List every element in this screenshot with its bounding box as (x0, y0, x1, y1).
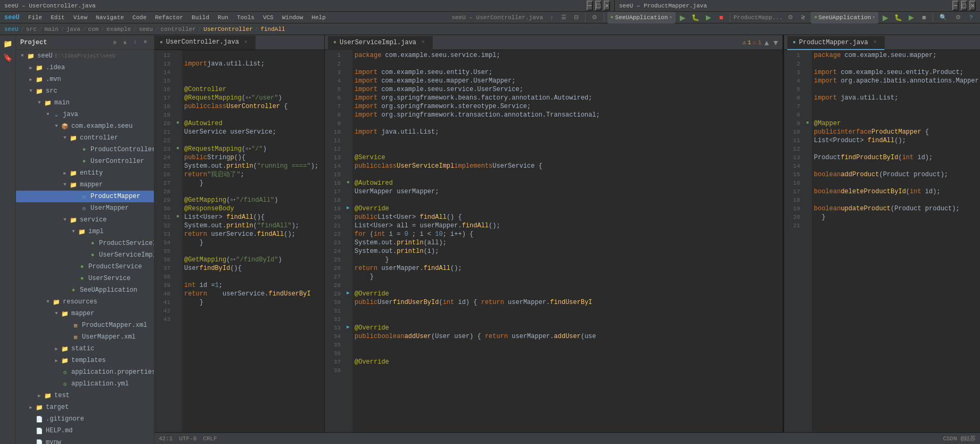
goto-line-btn[interactable]: ↑ (547, 12, 557, 23)
tree-productservice[interactable]: ▶ ● ProductService (16, 261, 154, 273)
tree-seeumain[interactable]: ▶ ● SeeUApplication (16, 284, 154, 296)
tree-help-md[interactable]: ▶ 📄 HELP.md (16, 425, 154, 437)
menu-view[interactable]: View (69, 12, 92, 23)
right-debug-btn[interactable]: 🐛 (893, 12, 904, 23)
run-config-dropdown[interactable]: ● SeeUApplication ▾ (607, 12, 676, 23)
tree-templates[interactable]: ▶ 📁 templates (16, 355, 154, 366)
minimize-btn-left[interactable]: − (587, 1, 593, 11)
tree-usermapper[interactable]: ▶ ⊙ UserMapper (16, 202, 154, 214)
scroll-up-btn[interactable]: ▲ (763, 38, 770, 47)
tree-static[interactable]: ▶ 📁 static (16, 343, 154, 355)
close-btn-left[interactable]: × (604, 1, 610, 11)
menu-file[interactable]: File (24, 12, 46, 23)
tree-usercontroller[interactable]: ▶ ● UserController (16, 155, 154, 167)
close-btn-right[interactable]: × (969, 1, 976, 11)
breadcrumb-seeu2[interactable]: seeu (139, 26, 153, 32)
tree-application-props[interactable]: ▶ ⚙ application.properties (16, 366, 154, 378)
maximize-btn-right[interactable]: □ (961, 1, 967, 11)
breadcrumb-usercontroller[interactable]: UserController (203, 26, 252, 32)
breadcrumb-src[interactable]: src (26, 26, 37, 32)
tree-test[interactable]: ▶ 📁 test (16, 390, 154, 401)
tree-usermapper-xml[interactable]: ▶ ⊞ UserMapper.xml (16, 331, 154, 343)
collapse-btn[interactable]: ⊟ (571, 12, 582, 23)
tab-productmapper[interactable]: ● ProductMapper.java × (787, 36, 885, 50)
tree-mvnw[interactable]: ▶ 📄 mvnw (16, 437, 154, 444)
code-lines-1[interactable]: import java.util.List; @Controller @Requ… (182, 50, 324, 432)
help-btn[interactable]: ? (966, 12, 976, 23)
project-layout-icon[interactable]: ⇅ (121, 38, 129, 47)
tree-productcontroller[interactable]: ▶ ● ProductController (16, 144, 154, 155)
menu-code[interactable]: Code (128, 12, 151, 23)
tree-mapper-res[interactable]: ▼ 📁 mapper (16, 308, 154, 319)
tree-application-yml[interactable]: ▶ ⚙ application.yml (16, 378, 154, 390)
breadcrumb-controller[interactable]: controller (161, 26, 196, 32)
project-settings-icon[interactable]: ⚙ (111, 38, 119, 47)
right-run-label: SeeUApplication (818, 14, 871, 21)
tree-entity[interactable]: ▶ 📁 entity (16, 167, 154, 179)
menu-vcs[interactable]: VCS (259, 12, 278, 23)
tree-target[interactable]: ▶ 📁 target (16, 401, 154, 413)
maximize-btn-left[interactable]: □ (595, 1, 602, 11)
debug-btn[interactable]: 🐛 (690, 12, 701, 23)
menu-navigate[interactable]: Navigate (92, 12, 128, 23)
menu-run[interactable]: Run (213, 12, 233, 23)
tab-close-2[interactable]: × (419, 39, 427, 46)
menu-build[interactable]: Build (187, 12, 213, 23)
tree-productmapper-xml[interactable]: ▶ ⊞ ProductMapper.xml (16, 319, 154, 331)
tree-mapper-pkg[interactable]: ▼ 📁 mapper (16, 179, 154, 191)
right-compare-btn[interactable]: ≷ (797, 12, 809, 23)
stop-btn[interactable]: ■ (716, 12, 727, 23)
menu-help[interactable]: Help (307, 12, 330, 23)
menu-tools[interactable]: Tools (233, 12, 259, 23)
tree-package[interactable]: ▼ 📦 com.example.seeu (16, 120, 154, 132)
menu-refactor[interactable]: Refactor (151, 12, 187, 23)
bookmarks-btn[interactable]: ☰ (558, 12, 570, 23)
run-coverage-btn[interactable]: ▶ (703, 12, 714, 23)
scroll-down-btn[interactable]: ▼ (772, 38, 779, 47)
breadcrumb-main[interactable]: main (44, 26, 58, 32)
breadcrumb-com[interactable]: com (88, 26, 98, 32)
code-lines-3[interactable]: package com.example.seeu.mapper; import … (812, 50, 980, 432)
tree-mvn[interactable]: ▶ 📁 .mvn (16, 73, 154, 85)
tab-userserviceimpl[interactable]: ● UserServiceImpl.java × (328, 36, 433, 50)
global-settings-btn[interactable]: ⚙ (952, 12, 964, 23)
tab-close-1[interactable]: × (242, 38, 250, 46)
run-btn[interactable]: ▶ (678, 12, 688, 23)
tree-main[interactable]: ▼ 📁 main (16, 97, 154, 109)
breadcrumb-example[interactable]: example (106, 26, 131, 32)
menu-edit[interactable]: Edit (46, 12, 69, 23)
right-stop-btn[interactable]: ■ (919, 12, 929, 23)
tree-resources[interactable]: ▼ 📁 resources (16, 296, 154, 308)
tree-productmapper[interactable]: ▶ ⊙ ProductMapper (16, 191, 154, 202)
tree-src[interactable]: ▼ 📁 src (16, 85, 154, 97)
code-lines-2[interactable]: package com.example.seeu.service.impl; i… (352, 50, 783, 432)
minimize-btn-right[interactable]: − (952, 1, 959, 11)
search-btn[interactable]: 🔍 (936, 12, 950, 23)
project-close-icon[interactable]: × (141, 38, 150, 47)
settings-toolbar-btn[interactable]: ⚙ (589, 12, 600, 23)
tab-usercontroller[interactable]: ● UserController.java × (154, 36, 256, 50)
right-run-btn[interactable]: ▶ (880, 12, 891, 23)
right-run2-btn[interactable]: ▶ (906, 12, 917, 23)
right-run-config-dropdown[interactable]: ● SeeUApplication ▾ (811, 12, 878, 23)
tree-service[interactable]: ▼ 📁 service (16, 214, 154, 226)
structure-btn[interactable]: 🔖 (2, 51, 14, 64)
tree-productserviceimpl[interactable]: ▶ ● ProductServiceImpl (16, 237, 154, 249)
tree-userservice[interactable]: ▶ ● UserService (16, 273, 154, 284)
tree-root[interactable]: ▼ 📁 seeU E:\IdeaProject\seeU (16, 50, 154, 62)
right-settings-btn[interactable]: ⚙ (785, 12, 796, 23)
menu-window[interactable]: Window (278, 12, 308, 23)
project-view-btn[interactable]: 📁 (2, 37, 14, 50)
breadcrumb-java[interactable]: java (66, 26, 80, 32)
tab-close-3[interactable]: × (871, 39, 879, 46)
menu-seeu[interactable]: seeU (0, 12, 24, 23)
tree-controller[interactable]: ▼ 📁 controller (16, 132, 154, 144)
tree-java[interactable]: ▼ ☕ java (16, 109, 154, 120)
tree-userserviceimpl[interactable]: ▶ ● UserServiceImpl (16, 249, 154, 261)
tree-gitignore[interactable]: ▶ 📄 .gitignore (16, 413, 154, 425)
breadcrumb-findall[interactable]: findAll (260, 26, 285, 32)
breadcrumb-seeu[interactable]: seeU (4, 26, 18, 32)
project-collapse-icon[interactable]: ↕ (131, 38, 139, 47)
tree-impl[interactable]: ▼ 📁 impl (16, 226, 154, 237)
tree-idea[interactable]: ▶ 📁 .idea (16, 62, 154, 73)
